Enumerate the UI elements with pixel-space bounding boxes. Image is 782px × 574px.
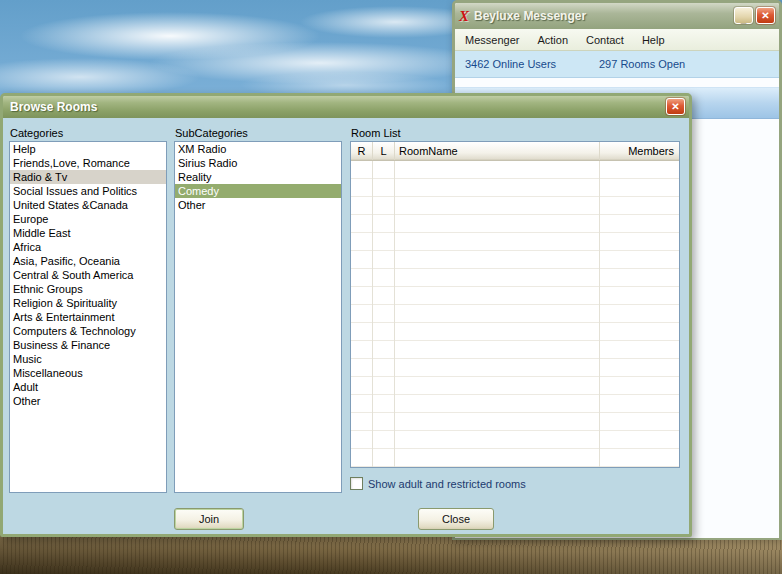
messenger-title: Beyluxe Messenger [474, 9, 586, 23]
categories-listbox[interactable]: HelpFriends,Love, RomanceRadio & TvSocia… [9, 141, 167, 493]
menu-item[interactable]: Messenger [465, 34, 519, 46]
category-item[interactable]: Ethnic Groups [10, 282, 166, 296]
dialog-close-button[interactable]: ✕ [666, 98, 685, 115]
category-item[interactable]: Africa [10, 240, 166, 254]
column-header-roomname[interactable]: RoomName [395, 142, 600, 160]
category-item[interactable]: Adult [10, 380, 166, 394]
column-header-members[interactable]: Members [600, 142, 679, 160]
show-rooms-checkbox-row[interactable]: Show adult and restricted rooms [350, 477, 526, 490]
column-separator [372, 161, 373, 467]
subcategory-item[interactable]: Comedy [175, 184, 341, 198]
column-separator [394, 161, 395, 467]
messenger-menubar: MessengerActionContactHelp [455, 29, 779, 51]
column-header-l[interactable]: L [373, 142, 395, 160]
category-item[interactable]: Music [10, 352, 166, 366]
category-item[interactable]: Europe [10, 212, 166, 226]
category-item[interactable]: Other [10, 394, 166, 408]
messenger-close-button[interactable]: ✕ [756, 7, 775, 24]
category-item[interactable]: Help [10, 142, 166, 156]
subcategory-item[interactable]: Sirius Radio [175, 156, 341, 170]
room-list-body[interactable] [351, 161, 679, 467]
categories-label: Categories [10, 127, 63, 139]
category-item[interactable]: Computers & Technology [10, 324, 166, 338]
rooms-open-count: 297 Rooms Open [599, 58, 685, 70]
category-item[interactable]: Business & Finance [10, 338, 166, 352]
join-button[interactable]: Join [174, 508, 244, 530]
menu-item[interactable]: Action [537, 34, 568, 46]
browse-rooms-dialog: Browse Rooms ✕ Categories HelpFriends,Lo… [0, 93, 692, 537]
messenger-minimize-button[interactable]: _ [734, 7, 753, 24]
room-list-header: R L RoomName Members [351, 142, 679, 161]
category-item[interactable]: Miscellaneous [10, 366, 166, 380]
column-separator [599, 161, 600, 467]
beyluxe-logo-icon: X [459, 8, 469, 25]
dialog-title: Browse Rooms [3, 100, 97, 114]
subcategory-item[interactable]: Reality [175, 170, 341, 184]
cloud [0, 58, 200, 96]
category-item[interactable]: Central & South America [10, 268, 166, 282]
subcategory-item[interactable]: Other [175, 198, 341, 212]
category-item[interactable]: Social Issues and Politics [10, 184, 166, 198]
category-item[interactable]: Middle East [10, 226, 166, 240]
window-controls: _ ✕ [734, 7, 775, 24]
messenger-statusbar: 3462 Online Users 297 Rooms Open [455, 51, 779, 78]
online-users-count: 3462 Online Users [465, 58, 591, 70]
category-item[interactable]: Religion & Spirituality [10, 296, 166, 310]
messenger-titlebar[interactable]: X Beyluxe Messenger _ ✕ [455, 3, 779, 29]
show-rooms-checkbox[interactable] [350, 477, 363, 490]
close-button[interactable]: Close [418, 508, 494, 530]
category-item[interactable]: Arts & Entertainment [10, 310, 166, 324]
room-list-label: Room List [351, 127, 401, 139]
menu-item[interactable]: Contact [586, 34, 624, 46]
category-item[interactable]: United States &Canada [10, 198, 166, 212]
category-item[interactable]: Friends,Love, Romance [10, 156, 166, 170]
room-list[interactable]: R L RoomName Members [350, 141, 680, 468]
desktop-background: X Beyluxe Messenger _ ✕ MessengerActionC… [0, 0, 782, 574]
category-item[interactable]: Asia, Pasific, Oceania [10, 254, 166, 268]
category-item[interactable]: Radio & Tv [10, 170, 166, 184]
dialog-titlebar[interactable]: Browse Rooms ✕ [3, 96, 689, 118]
show-rooms-checkbox-label: Show adult and restricted rooms [368, 478, 526, 490]
subcategories-listbox[interactable]: XM RadioSirius RadioRealityComedyOther [174, 141, 342, 493]
subcategories-label: SubCategories [175, 127, 248, 139]
column-header-r[interactable]: R [351, 142, 373, 160]
subcategory-item[interactable]: XM Radio [175, 142, 341, 156]
menu-item[interactable]: Help [642, 34, 665, 46]
